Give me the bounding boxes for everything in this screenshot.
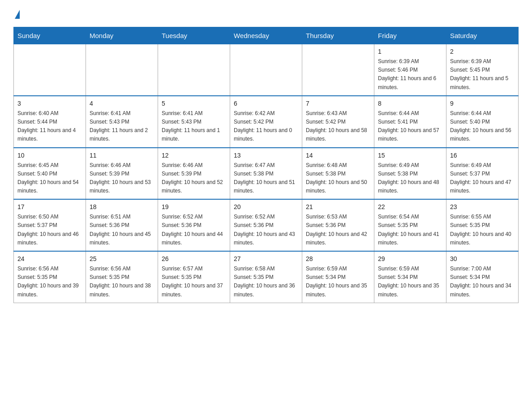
day-info-text: Sunrise: 6:42 AM	[234, 109, 298, 118]
day-info-text: Sunset: 5:35 PM	[450, 221, 515, 230]
day-number: 15	[378, 151, 442, 160]
calendar-cell: 17Sunrise: 6:50 AMSunset: 5:37 PMDayligh…	[14, 199, 86, 251]
calendar-cell: 10Sunrise: 6:45 AMSunset: 5:40 PMDayligh…	[14, 148, 86, 200]
calendar-week-row: 3Sunrise: 6:40 AMSunset: 5:44 PMDaylight…	[14, 96, 519, 148]
day-number: 18	[90, 202, 154, 212]
day-number: 1	[378, 47, 442, 56]
day-info-text: Daylight: 10 hours and 43 minutes.	[234, 230, 298, 247]
day-info-text: Sunrise: 6:58 AM	[234, 265, 298, 273]
day-info-text: Sunrise: 6:44 AM	[378, 109, 442, 118]
day-info-text: Daylight: 10 hours and 45 minutes.	[90, 230, 154, 247]
day-info-text: Sunset: 5:37 PM	[450, 170, 515, 178]
day-info-text: Sunrise: 6:43 AM	[306, 109, 370, 118]
day-info-text: Sunrise: 6:52 AM	[234, 213, 298, 221]
day-info-text: Sunset: 5:39 PM	[162, 170, 226, 178]
day-info-text: Daylight: 10 hours and 46 minutes.	[17, 230, 82, 247]
day-info-text: Sunrise: 6:53 AM	[306, 213, 370, 221]
day-info-text: Sunrise: 6:44 AM	[450, 109, 515, 118]
day-number: 30	[450, 254, 515, 264]
day-number: 5	[162, 99, 226, 108]
day-number: 7	[306, 99, 370, 108]
day-info-text: Sunset: 5:35 PM	[234, 273, 298, 282]
day-info-text: Daylight: 10 hours and 41 minutes.	[378, 230, 442, 247]
day-info-text: Sunset: 5:42 PM	[234, 118, 298, 126]
day-number: 20	[234, 202, 298, 212]
day-info-text: Sunset: 5:42 PM	[306, 118, 370, 126]
calendar-week-row: 10Sunrise: 6:45 AMSunset: 5:40 PMDayligh…	[14, 148, 519, 200]
day-info-text: Sunset: 5:36 PM	[234, 221, 298, 230]
day-info-text: Sunrise: 6:46 AM	[162, 161, 226, 170]
day-info-text: Daylight: 10 hours and 47 minutes.	[450, 178, 515, 195]
day-number: 27	[234, 254, 298, 264]
calendar-cell: 15Sunrise: 6:49 AMSunset: 5:38 PMDayligh…	[374, 148, 446, 200]
day-number: 25	[90, 254, 154, 264]
day-info-text: Sunrise: 6:48 AM	[306, 161, 370, 170]
day-info-text: Daylight: 10 hours and 40 minutes.	[450, 230, 515, 247]
calendar-cell	[14, 44, 86, 96]
calendar-cell: 22Sunrise: 6:54 AMSunset: 5:35 PMDayligh…	[374, 199, 446, 251]
calendar-table: SundayMondayTuesdayWednesdayThursdayFrid…	[13, 27, 519, 303]
day-info-text: Sunrise: 6:49 AM	[378, 161, 442, 170]
calendar-cell: 2Sunrise: 6:39 AMSunset: 5:45 PMDaylight…	[446, 44, 519, 96]
day-info-text: Sunset: 5:35 PM	[90, 273, 154, 282]
calendar-header-friday: Friday	[374, 27, 446, 44]
day-info-text: Sunset: 5:38 PM	[378, 170, 442, 178]
day-info-text: Daylight: 10 hours and 56 minutes.	[450, 126, 515, 143]
day-number: 29	[378, 254, 442, 264]
day-info-text: Daylight: 10 hours and 36 minutes.	[234, 282, 298, 299]
calendar-cell: 12Sunrise: 6:46 AMSunset: 5:39 PMDayligh…	[158, 148, 230, 200]
day-info-text: Sunrise: 7:00 AM	[450, 265, 515, 273]
day-info-text: Daylight: 10 hours and 57 minutes.	[378, 126, 442, 143]
day-number: 19	[162, 202, 226, 212]
day-info-text: Sunrise: 6:39 AM	[450, 57, 515, 66]
day-number: 9	[450, 99, 515, 108]
day-number: 3	[17, 99, 82, 108]
calendar-cell: 23Sunrise: 6:55 AMSunset: 5:35 PMDayligh…	[446, 199, 519, 251]
day-info-text: Sunset: 5:34 PM	[378, 273, 442, 282]
day-info-text: Daylight: 10 hours and 34 minutes.	[450, 282, 515, 299]
day-info-text: Sunrise: 6:55 AM	[450, 213, 515, 221]
day-info-text: Sunset: 5:40 PM	[450, 118, 515, 126]
day-info-text: Sunrise: 6:39 AM	[378, 57, 442, 66]
calendar-cell: 28Sunrise: 6:59 AMSunset: 5:34 PMDayligh…	[302, 251, 374, 303]
day-info-text: Daylight: 10 hours and 35 minutes.	[378, 282, 442, 299]
day-info-text: Sunset: 5:35 PM	[17, 273, 82, 282]
day-number: 17	[17, 202, 82, 212]
day-number: 10	[17, 151, 82, 160]
page-header	[13, 9, 519, 19]
day-info-text: Sunrise: 6:54 AM	[378, 213, 442, 221]
day-info-text: Sunrise: 6:56 AM	[17, 265, 82, 273]
calendar-cell: 29Sunrise: 6:59 AMSunset: 5:34 PMDayligh…	[374, 251, 446, 303]
calendar-header-saturday: Saturday	[446, 27, 519, 44]
day-info-text: Sunrise: 6:41 AM	[162, 109, 226, 118]
day-info-text: Sunrise: 6:47 AM	[234, 161, 298, 170]
day-number: 4	[90, 99, 154, 108]
day-info-text: Sunrise: 6:40 AM	[17, 109, 82, 118]
day-info-text: Sunset: 5:34 PM	[450, 273, 515, 282]
calendar-header-row: SundayMondayTuesdayWednesdayThursdayFrid…	[14, 27, 519, 44]
day-info-text: Daylight: 10 hours and 50 minutes.	[306, 178, 370, 195]
day-info-text: Sunrise: 6:41 AM	[90, 109, 154, 118]
day-info-text: Daylight: 10 hours and 52 minutes.	[162, 178, 226, 195]
calendar-cell: 24Sunrise: 6:56 AMSunset: 5:35 PMDayligh…	[14, 251, 86, 303]
calendar-header-wednesday: Wednesday	[230, 27, 302, 44]
calendar-cell: 16Sunrise: 6:49 AMSunset: 5:37 PMDayligh…	[446, 148, 519, 200]
calendar-cell: 9Sunrise: 6:44 AMSunset: 5:40 PMDaylight…	[446, 96, 519, 148]
day-info-text: Sunset: 5:39 PM	[90, 170, 154, 178]
calendar-cell: 18Sunrise: 6:51 AMSunset: 5:36 PMDayligh…	[86, 199, 158, 251]
day-info-text: Daylight: 11 hours and 5 minutes.	[450, 74, 515, 91]
day-info-text: Sunrise: 6:56 AM	[90, 265, 154, 273]
calendar-cell: 3Sunrise: 6:40 AMSunset: 5:44 PMDaylight…	[14, 96, 86, 148]
day-number: 14	[306, 151, 370, 160]
day-info-text: Daylight: 10 hours and 35 minutes.	[306, 282, 370, 299]
day-number: 23	[450, 202, 515, 212]
day-info-text: Daylight: 10 hours and 54 minutes.	[17, 178, 82, 195]
calendar-cell	[86, 44, 158, 96]
calendar-cell: 13Sunrise: 6:47 AMSunset: 5:38 PMDayligh…	[230, 148, 302, 200]
day-info-text: Daylight: 11 hours and 1 minute.	[162, 126, 226, 143]
day-info-text: Sunrise: 6:50 AM	[17, 213, 82, 221]
day-info-text: Daylight: 10 hours and 37 minutes.	[162, 282, 226, 299]
day-info-text: Sunset: 5:38 PM	[306, 170, 370, 178]
calendar-week-row: 24Sunrise: 6:56 AMSunset: 5:35 PMDayligh…	[14, 251, 519, 303]
calendar-cell: 25Sunrise: 6:56 AMSunset: 5:35 PMDayligh…	[86, 251, 158, 303]
